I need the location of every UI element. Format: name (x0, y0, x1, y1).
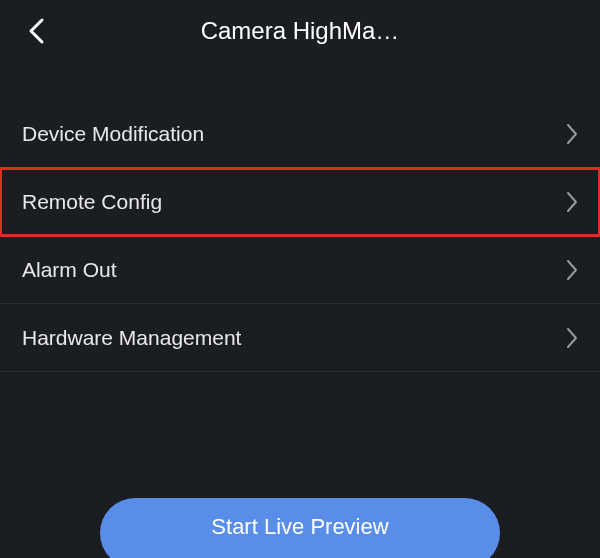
chevron-left-icon (27, 17, 45, 45)
menu-item-hardware-management[interactable]: Hardware Management (0, 304, 600, 372)
menu-item-label: Device Modification (22, 122, 204, 146)
menu-item-device-modification[interactable]: Device Modification (0, 100, 600, 168)
menu-item-label: Alarm Out (22, 258, 117, 282)
chevron-right-icon (566, 259, 578, 281)
button-label: Start Live Preview (211, 514, 388, 540)
start-live-preview-button[interactable]: Start Live Preview (100, 498, 500, 558)
chevron-right-icon (566, 327, 578, 349)
menu-item-label: Hardware Management (22, 326, 241, 350)
page-title: Camera HighMa… (201, 17, 400, 45)
chevron-right-icon (566, 123, 578, 145)
back-button[interactable] (16, 11, 56, 51)
header: Camera HighMa… (0, 0, 600, 62)
menu-list: Device Modification Remote Config Alarm … (0, 100, 600, 372)
menu-item-alarm-out[interactable]: Alarm Out (0, 236, 600, 304)
chevron-right-icon (566, 191, 578, 213)
menu-item-remote-config[interactable]: Remote Config (0, 168, 600, 236)
menu-item-label: Remote Config (22, 190, 162, 214)
